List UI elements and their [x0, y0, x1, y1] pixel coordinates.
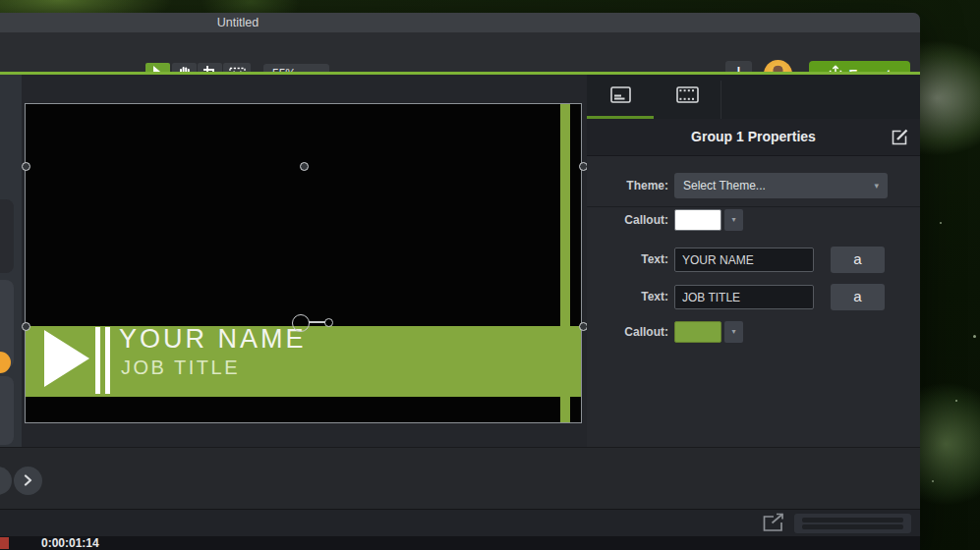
previous-frame-button[interactable]	[0, 467, 12, 495]
text1-input[interactable]	[674, 248, 814, 272]
step-forward-button[interactable]	[14, 467, 42, 495]
background-dot	[940, 222, 942, 224]
chevron-down-icon: ▾	[731, 327, 735, 336]
screen: Untitled	[0, 0, 980, 550]
selection-handle-top-center[interactable]	[300, 162, 309, 171]
video-preview[interactable]: YOUR NAME JOB TITLE	[25, 103, 582, 423]
panel-tabs	[587, 75, 920, 119]
callout2-color-dropdown[interactable]: ▾	[724, 321, 743, 343]
theme-select[interactable]: Select Theme... ▾	[674, 173, 888, 198]
chevron-down-icon: ▾	[731, 215, 735, 224]
timeline-strip: 0:00:01:14	[0, 536, 920, 550]
divider-bar-graphic	[95, 327, 100, 394]
selection-handle-middle-left[interactable]	[22, 322, 30, 331]
chevron-right-icon	[24, 472, 32, 490]
left-panel-item[interactable]	[0, 376, 14, 445]
callout1-label: Callout:	[587, 209, 668, 231]
rotation-handle-line	[309, 321, 325, 323]
theme-select-value: Select Theme...	[683, 179, 766, 192]
zoom-bar-track	[802, 524, 903, 529]
selection-handle-top-left[interactable]	[22, 162, 30, 171]
canvas-toolbar: 55% ▾ ↓ Export	[0, 32, 920, 72]
lower-third-name-text: YOUR NAME	[119, 324, 307, 355]
text1-label: Text:	[587, 248, 668, 272]
theme-label: Theme:	[587, 173, 668, 198]
text2-input[interactable]	[674, 285, 814, 309]
background-dot	[955, 400, 957, 402]
tab-properties[interactable]	[587, 75, 654, 119]
lower-third-jobtitle-text: JOB TITLE	[121, 357, 240, 379]
callout1-color-swatch[interactable]	[674, 209, 721, 231]
edit-pencil-icon[interactable]	[891, 128, 909, 150]
background-dot	[973, 335, 976, 338]
background-dot	[932, 480, 934, 482]
window-title: Untitled	[0, 13, 476, 32]
divider-bar-graphic	[105, 327, 110, 394]
text2-label: Text:	[587, 285, 668, 309]
canvas-area: YOUR NAME JOB TITLE	[0, 75, 587, 448]
detach-window-icon[interactable]	[762, 513, 785, 536]
properties-panel: Group 1 Properties Theme: Select Theme..…	[587, 75, 920, 448]
tab-separator	[721, 81, 721, 119]
film-strip-icon	[676, 86, 699, 107]
play-triangle-graphic	[44, 330, 89, 387]
text1-font-button[interactable]: a	[831, 247, 885, 273]
callout2-label: Callout:	[587, 321, 668, 343]
rotation-handle-knob[interactable]	[324, 318, 333, 327]
playhead-time: 0:00:01:14	[41, 536, 99, 550]
panel-divider	[587, 206, 920, 207]
callout1-color-dropdown[interactable]: ▾	[724, 209, 743, 231]
rotation-handle[interactable]	[292, 314, 310, 332]
timeline-toolbar	[0, 509, 920, 536]
zoom-bar-track	[802, 518, 903, 522]
timeline-clip-marker[interactable]	[0, 537, 9, 549]
callout2-color-swatch[interactable]	[674, 321, 721, 343]
playback-controls: 00:00:01;14/00:00:05;00 Properties	[0, 447, 920, 509]
chevron-down-icon: ▾	[874, 173, 879, 198]
title-bar[interactable]: Untitled	[0, 13, 920, 32]
left-panel-item[interactable]	[0, 199, 14, 273]
timeline-zoom-bar[interactable]	[794, 514, 911, 533]
tab-media[interactable]	[654, 75, 721, 119]
left-panel-edge	[0, 75, 22, 448]
panel-header-title: Group 1 Properties	[587, 119, 920, 155]
app-window: Untitled	[0, 13, 920, 550]
lower-third-properties-icon	[610, 86, 631, 107]
panel-header: Group 1 Properties	[587, 119, 920, 156]
text2-font-button[interactable]: a	[831, 284, 885, 310]
